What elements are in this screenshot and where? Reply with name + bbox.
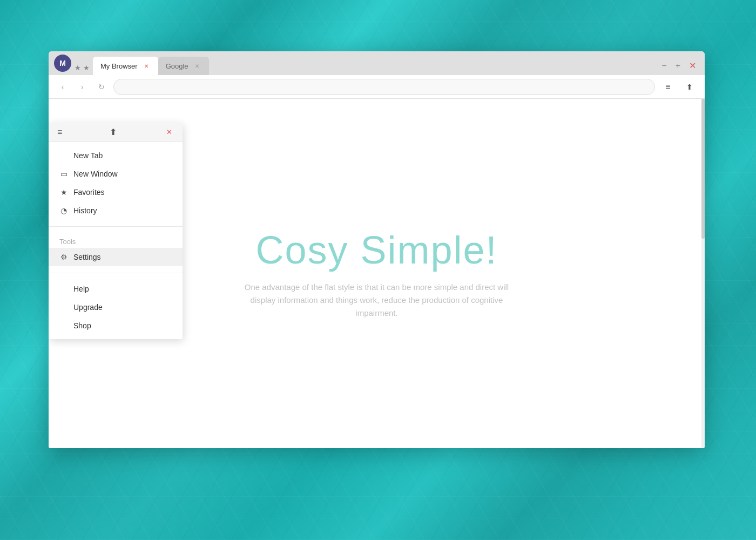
upload-button[interactable]: ⬆ (681, 78, 698, 96)
maximize-button[interactable]: + (676, 61, 680, 71)
menu-item-history[interactable]: ◔ History (49, 201, 183, 220)
menu-item-new-tab[interactable]: New Tab (49, 146, 183, 165)
menu-item-history-label: History (73, 206, 97, 215)
dropdown-divider-2 (49, 273, 183, 273)
browser-content: Cosy Simple! One advantage of the flat s… (49, 99, 705, 448)
back-icon: ‹ (62, 83, 64, 91)
menu-item-upgrade[interactable]: Upgrade (49, 298, 183, 316)
tab-my-browser-label: My Browser (100, 62, 138, 70)
browser-logo[interactable]: M (54, 55, 71, 72)
menu-item-upgrade-label: Upgrade (73, 303, 103, 312)
nav-bar: ‹ › ↻ ≡ ⬆ (49, 75, 705, 99)
scrollbar-thumb[interactable] (701, 99, 705, 239)
hamburger-icon: ≡ (665, 82, 670, 92)
menu-item-new-tab-label: New Tab (73, 151, 103, 160)
menu-item-help-label: Help (73, 285, 89, 293)
dropdown-upload-icon[interactable]: ⬆ (110, 127, 117, 137)
menu-item-new-window-label: New Window (73, 170, 118, 178)
page-headline: Cosy Simple! (255, 228, 497, 272)
forward-button[interactable]: › (75, 79, 90, 94)
upload-icon: ⬆ (686, 83, 693, 91)
tab-my-browser-close[interactable]: ✕ (142, 62, 151, 70)
back-button[interactable]: ‹ (55, 79, 70, 94)
tab-google-label: Google (166, 62, 188, 70)
favorites-star-icon: ★ (59, 188, 68, 197)
refresh-button[interactable]: ↻ (94, 79, 109, 94)
settings-gear-icon: ⚙ (59, 253, 68, 261)
dropdown-header: ≡ ⬆ ✕ (49, 123, 183, 142)
star-icon-1: ★ (75, 64, 81, 72)
dropdown-bottom-section: Help Upgrade Shop (49, 275, 183, 339)
page-subtext: One advantage of the flat style is that … (237, 281, 517, 320)
address-bar[interactable] (113, 79, 655, 95)
dropdown-header-icons: ≡ (57, 127, 62, 137)
minimize-button[interactable]: − (662, 61, 666, 71)
close-button[interactable]: ✕ (689, 60, 696, 71)
window-controls: − + ✕ (653, 60, 705, 71)
dropdown-hamburger-icon[interactable]: ≡ (57, 127, 62, 137)
menu-item-settings[interactable]: ⚙ Settings (49, 248, 183, 266)
menu-item-favorites[interactable]: ★ Favorites (49, 183, 183, 201)
menu-item-shop[interactable]: Shop (49, 316, 183, 335)
menu-item-help[interactable]: Help (49, 280, 183, 298)
scrollbar-track[interactable] (701, 99, 705, 448)
dropdown-close-button[interactable]: ✕ (164, 127, 174, 137)
window-icon: ▭ (59, 170, 68, 178)
dropdown-main-section: New Tab ▭ New Window ★ Favorites ◔ Histo… (49, 142, 183, 224)
forward-icon: › (81, 83, 84, 91)
dropdown-menu: ≡ ⬆ ✕ New Tab ▭ New Window ★ (49, 123, 183, 339)
menu-item-shop-label: Shop (73, 321, 91, 330)
dropdown-divider-1 (49, 226, 183, 227)
tab-google[interactable]: Google ✕ (158, 57, 209, 75)
menu-button[interactable]: ≡ (659, 78, 677, 96)
tab-my-browser[interactable]: My Browser ✕ (93, 57, 158, 75)
star-icon-2: ★ (83, 64, 90, 72)
menu-item-favorites-label: Favorites (73, 188, 105, 197)
history-clock-icon: ◔ (59, 206, 68, 215)
tab-bar: M ★ ★ My Browser ✕ Google ✕ − + ✕ (49, 51, 705, 75)
menu-item-new-window[interactable]: ▭ New Window (49, 165, 183, 183)
menu-item-settings-label: Settings (73, 253, 101, 261)
tab-google-close[interactable]: ✕ (193, 62, 201, 70)
dropdown-tools-section: Tools ⚙ Settings (49, 229, 183, 271)
browser-window: M ★ ★ My Browser ✕ Google ✕ − + ✕ ‹ (49, 51, 705, 448)
favorites-stars: ★ ★ (75, 64, 90, 72)
refresh-icon: ↻ (98, 83, 105, 91)
tools-section-header: Tools (49, 233, 183, 248)
